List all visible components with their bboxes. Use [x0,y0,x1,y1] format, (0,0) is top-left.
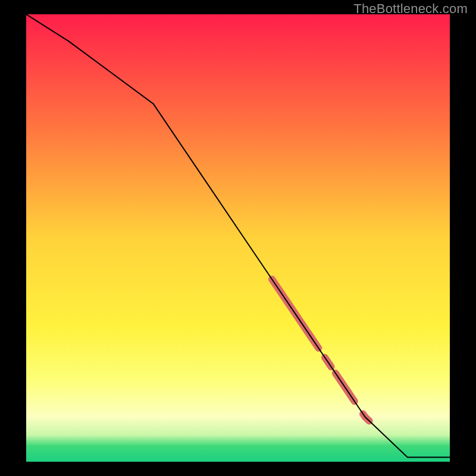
chart-area [26,14,450,462]
main-curve [26,14,450,457]
chart-foreground [26,14,450,462]
